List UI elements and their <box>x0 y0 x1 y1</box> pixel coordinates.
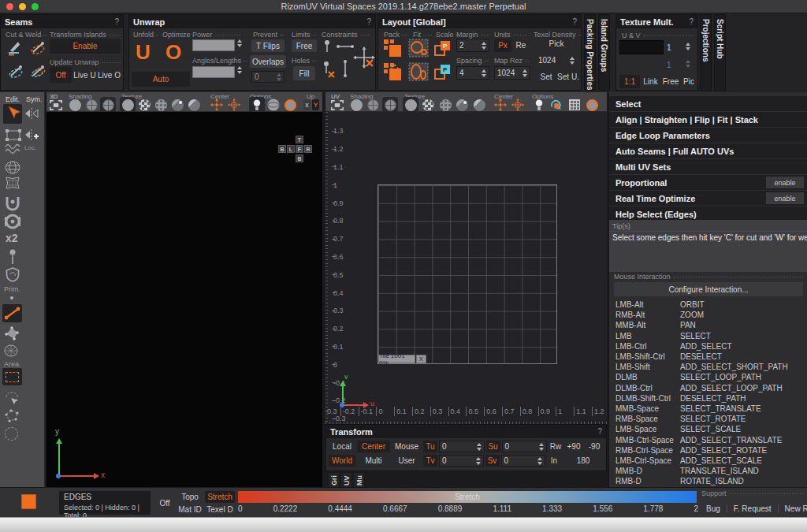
margin-spinner[interactable]: 2 <box>456 39 489 52</box>
texture-image-lit-icon[interactable] <box>456 99 468 111</box>
pack-button[interactable] <box>383 39 402 59</box>
x2-tool-button[interactable]: x2 <box>6 232 18 244</box>
texture-image-lit-icon[interactable] <box>171 99 184 111</box>
pivot-center-button[interactable]: Center <box>357 441 390 452</box>
ratio-1-1-button[interactable]: 1:1 <box>619 75 640 88</box>
optimize-icon[interactable]: O <box>165 40 181 65</box>
help-icon[interactable]: ? <box>689 17 694 26</box>
uv-bottom-tab[interactable]: Gri <box>329 473 339 488</box>
tile-1001-badge[interactable]: Tile 1001 0% <box>378 355 415 363</box>
light-toggle-icon[interactable] <box>533 99 545 111</box>
optimize-brackets-icon[interactable] <box>4 214 21 231</box>
units-px-button[interactable]: Px <box>494 39 511 52</box>
live-u-button[interactable]: Live U <box>73 67 96 83</box>
units-re-button[interactable]: Re <box>513 39 529 52</box>
v-stepper[interactable] <box>686 60 690 68</box>
help-icon[interactable]: ? <box>572 17 577 26</box>
shading-wire-icon[interactable] <box>85 99 98 111</box>
lasso-select-icon[interactable] <box>4 390 20 407</box>
texture-image-icon[interactable] <box>188 99 200 111</box>
minimize-window-button[interactable] <box>19 3 26 10</box>
update-unwrap-off-button[interactable]: Off <box>50 67 72 83</box>
island-highlight-icon[interactable] <box>284 99 296 111</box>
shading-wire-shaded-icon[interactable] <box>384 99 396 111</box>
island-highlight-icon[interactable] <box>586 99 598 111</box>
help-icon[interactable]: ? <box>366 17 371 26</box>
symmetry-icon[interactable] <box>24 107 39 121</box>
center-selection-icon[interactable] <box>210 99 223 111</box>
texture-none-icon[interactable] <box>404 99 417 111</box>
scale-texel-button[interactable]: P <box>433 62 452 83</box>
pillow-grid-icon[interactable] <box>5 176 20 192</box>
maximize-window-button[interactable] <box>32 3 39 10</box>
section-header[interactable]: Edge Loop Parameters <box>609 128 807 143</box>
point-primitive-button[interactable] <box>10 296 13 299</box>
texture-dots-icon[interactable] <box>154 99 167 111</box>
brush-deform-icon[interactable] <box>5 143 22 157</box>
space-world-button[interactable]: World <box>329 455 355 467</box>
grid-toggle-icon[interactable] <box>568 99 581 111</box>
symmetry-local-icon[interactable] <box>24 128 39 143</box>
clear-constraints-icon[interactable] <box>353 47 375 70</box>
shading-wire-shaded-icon[interactable] <box>102 99 114 111</box>
display-off-button[interactable]: Off <box>154 494 175 512</box>
support-link[interactable]: F. Request <box>727 504 778 513</box>
sphere-wrap-icon[interactable] <box>5 161 20 176</box>
free-button[interactable]: Free <box>292 39 317 52</box>
realtime-enable-button[interactable]: enable <box>766 192 804 204</box>
uv-bottom-tab[interactable]: Mu <box>354 473 364 488</box>
edge-horizontal-constraint-icon[interactable] <box>336 43 355 51</box>
island-primitive-icon[interactable] <box>4 344 18 359</box>
navcube-left[interactable]: L <box>287 145 295 153</box>
auto-unwrap-button[interactable]: Auto <box>132 72 190 87</box>
texture-checker-icon[interactable] <box>422 99 434 111</box>
support-link[interactable]: Bug <box>700 504 727 513</box>
pin-tool-icon[interactable] <box>8 248 17 267</box>
fit-stretch-button[interactable] <box>408 62 429 83</box>
up-axis-x-button[interactable]: x <box>303 99 311 110</box>
section-header[interactable]: Auto Seams | Full AUTO UVs <box>609 143 807 158</box>
center-all-icon[interactable] <box>228 99 240 111</box>
support-link[interactable]: New Release <box>778 504 807 513</box>
sv-spinner[interactable]: 0 <box>501 455 546 467</box>
topo-button[interactable]: Topo <box>177 491 203 503</box>
section-header[interactable]: Align | Straighten | Flip | Fit | Stack <box>609 112 807 127</box>
enable-transform-islands-button[interactable]: Enable <box>50 39 121 54</box>
overlaps-threshold-spinner[interactable]: 0 <box>251 71 284 83</box>
navcube-top[interactable]: T <box>296 136 303 143</box>
shading-flat-icon[interactable] <box>350 99 363 111</box>
frame-view-icon[interactable] <box>50 99 62 111</box>
su-chip[interactable]: Su <box>486 441 500 452</box>
tile-close-button[interactable]: X <box>416 355 426 363</box>
texel-pick-button[interactable]: Pick <box>537 37 576 50</box>
map-rez-spinner[interactable]: 1024 <box>494 66 530 80</box>
vertical-tab[interactable]: Projections <box>700 14 712 91</box>
fit-button[interactable] <box>408 39 429 59</box>
navcube-front[interactable]: F <box>296 145 303 153</box>
free-mult-button[interactable]: Free <box>660 75 681 88</box>
space-local-button[interactable]: Local <box>329 441 355 452</box>
proportional-enable-button[interactable]: enable <box>766 177 804 188</box>
section-header[interactable]: Select <box>609 96 807 111</box>
link-button[interactable]: Link <box>641 75 660 88</box>
ellipsoid-display-icon[interactable] <box>267 99 280 111</box>
angles-lengths-stepper[interactable] <box>237 66 242 74</box>
center-selection-icon[interactable] <box>494 99 507 111</box>
up-axis-y-button[interactable]: Y <box>312 99 319 110</box>
pivot-user-button[interactable]: User <box>392 455 422 467</box>
shading-wire-icon[interactable] <box>366 99 379 111</box>
scale-px-button[interactable]: P <box>433 39 452 59</box>
rotate-180-button[interactable]: 180 <box>563 455 604 467</box>
viewport-3d-canvas[interactable]: T B L F R B y x <box>46 112 322 487</box>
shading-flat-icon[interactable] <box>69 99 81 111</box>
help-icon[interactable]: ? <box>114 17 119 26</box>
cut-tool-icon[interactable] <box>7 40 24 58</box>
power-stepper[interactable] <box>237 39 242 47</box>
close-window-button[interactable] <box>6 3 13 10</box>
edge-color-swatch[interactable] <box>21 494 36 509</box>
navcube-bottom[interactable]: B <box>296 154 303 162</box>
frame-view-icon[interactable] <box>331 99 344 111</box>
tv-spinner[interactable]: 0 <box>439 455 484 467</box>
navcube-back[interactable]: B <box>278 145 286 153</box>
pivot-multi-button[interactable]: Multi <box>357 455 390 467</box>
